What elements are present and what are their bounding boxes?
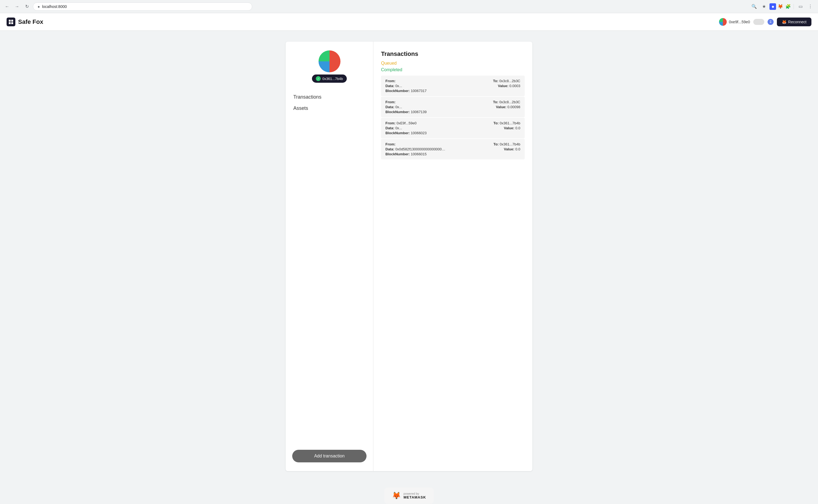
nav-assets-label: Assets [293,105,308,111]
table-row: From: Data: 0x0d582f1300000000000000… Bl… [381,139,525,159]
lock-icon: ● [38,4,40,9]
tx-right-4: To: 0x361...7b4b Value: 0.0 [493,142,520,151]
tx-data-3: Data: 0x... [385,126,427,130]
transactions-title: Transactions [381,50,525,58]
left-panel: ✓ 0x361...7b4b Transactions Assets Add t… [286,42,373,471]
app-logo-icon [7,18,15,26]
tx-value-3: Value: 0.0 [493,126,520,130]
divider [794,4,794,9]
menu-button[interactable]: ⋮ [806,2,815,11]
wallet-avatar [719,18,727,26]
table-row: From: Data: 0x... BlockNumber: 10067139 … [381,97,525,117]
tx-from-2: From: [385,100,427,104]
tx-left-2: From: Data: 0x... BlockNumber: 10067139 [385,100,427,114]
tx-block-3: BlockNumber: 10066023 [385,131,427,135]
tx-data-1: Data: 0x... [385,84,427,88]
tx-block-1: BlockNumber: 10067317 [385,89,427,93]
cast-button[interactable]: ▭ [796,2,805,11]
table-row: From: Data: 0x... BlockNumber: 10067317 … [381,76,525,96]
svg-rect-0 [9,20,11,22]
app-logo: Safe Fox [7,18,43,26]
tx-from-4: From: [385,142,445,146]
search-browser-button[interactable]: 🔍 [750,2,759,11]
url-text: localhost:8000 [42,4,67,9]
forward-button[interactable]: → [13,3,21,10]
card-container: ✓ 0x361...7b4b Transactions Assets Add t… [286,42,532,471]
tx-value-4: Value: 0.0 [493,147,520,151]
safe-address-badge: ✓ 0x361...7b4b [312,75,347,83]
network-toggle[interactable] [753,19,764,25]
app-logo-text: Safe Fox [18,18,43,25]
wallet-address-display: 0xe9f...59e0 [719,18,750,26]
nav-transactions-label: Transactions [293,94,321,100]
footer: 🦊 powered by METAMASK [0,482,818,504]
reconnect-button[interactable]: 🦊 Reconnect [777,18,811,26]
wallet-info: ✓ 0x361...7b4b [292,50,367,83]
nav-items: Transactions Assets [292,91,367,450]
svg-rect-2 [9,22,11,24]
tx-from-1: From: [385,79,427,83]
tx-data-4: Data: 0x0d582f1300000000000000… [385,147,445,151]
tx-block-2: BlockNumber: 10067139 [385,110,427,114]
metamask-name-text: METAMASK [404,495,426,499]
tx-to-2: To: 0x3c8...2b3C [493,100,520,104]
header-right: 0xe9f...59e0 Ξ 🦊 Reconnect [719,18,811,26]
tx-value-2: Value: 0.00098 [493,105,520,109]
safe-badge-icon: ✓ [316,76,321,81]
browser-chrome: ← → ↻ ● localhost:8000 🔍 ★ ◆ 🦊 🧩 ▭ ⋮ [0,0,818,13]
transaction-list: From: Data: 0x... BlockNumber: 10067317 … [381,76,525,159]
safe-avatar [319,50,341,72]
ext-icon-1[interactable]: ◆ [770,3,776,10]
browser-actions: 🔍 ★ ◆ 🦊 🧩 ▭ ⋮ [750,2,815,11]
reconnect-label: Reconnect [788,20,806,24]
tx-right-2: To: 0x3c8...2b3C Value: 0.00098 [493,100,520,109]
ext-icon-puzzle[interactable]: 🧩 [785,3,791,10]
svg-rect-3 [11,22,13,24]
wallet-address-text: 0xe9f...59e0 [729,20,750,24]
tx-left-3: From: 0xE9f...59e0 Data: 0x... BlockNumb… [385,121,427,135]
tx-value-1: Value: 0.0003 [493,84,520,88]
main-content: ✓ 0x361...7b4b Transactions Assets Add t… [0,31,818,482]
tx-data-2: Data: 0x... [385,105,427,109]
metamask-footer: 🦊 powered by METAMASK [384,488,434,504]
tx-to-3: To: 0x361...7b4b [493,121,520,125]
back-button[interactable]: ← [3,3,11,10]
tx-to-1: To: 0x3c8...2b3C [493,79,520,83]
tx-right-3: To: 0x361...7b4b Value: 0.0 [493,121,520,130]
app-header: Safe Fox 0xe9f...59e0 Ξ 🦊 Reconnect [0,13,818,31]
metamask-icon: 🦊 [782,20,787,24]
nav-item-assets[interactable]: Assets [292,103,367,114]
tx-block-4: BlockNumber: 10066015 [385,152,445,156]
eth-badge: Ξ [768,19,774,25]
powered-by-text: powered by [404,492,426,495]
bookmark-button[interactable]: ★ [760,2,768,11]
tx-right-1: To: 0x3c8...2b3C Value: 0.0003 [493,79,520,88]
metamask-text: powered by METAMASK [404,492,426,499]
metamask-fox-icon: 🦊 [392,491,401,500]
nav-item-transactions[interactable]: Transactions [292,91,367,103]
reload-button[interactable]: ↻ [23,3,31,10]
safe-address-text: 0x361...7b4b [322,77,343,81]
tx-from-3: From: 0xE9f...59e0 [385,121,427,125]
add-transaction-button[interactable]: Add transaction [292,450,367,462]
completed-label: Completed [381,67,525,72]
table-row: From: 0xE9f...59e0 Data: 0x... BlockNumb… [381,118,525,138]
right-panel: Transactions Queued Completed From: Data… [373,42,532,471]
ext-icon-metamask[interactable]: 🦊 [777,3,784,10]
queued-label: Queued [381,61,525,66]
tx-left-4: From: Data: 0x0d582f1300000000000000… Bl… [385,142,445,156]
tx-to-4: To: 0x361...7b4b [493,142,520,146]
address-bar[interactable]: ● localhost:8000 [33,2,252,11]
tx-left-1: From: Data: 0x... BlockNumber: 10067317 [385,79,427,93]
svg-rect-1 [11,20,13,22]
